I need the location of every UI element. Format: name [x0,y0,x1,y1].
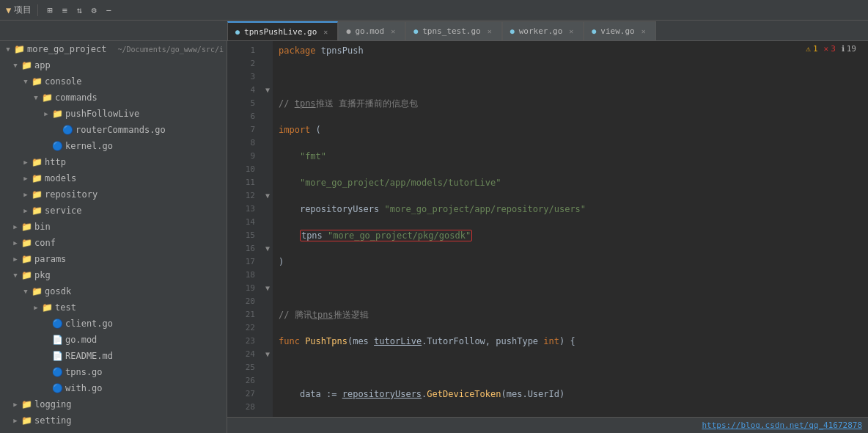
sidebar-item-conf[interactable]: ▶ 📁 conf [0,235,227,251]
tab-close-tpnspushlive[interactable]: ✕ [321,27,330,36]
code-editor[interactable]: ⚠ 1 ✕ 3 ℹ 19 1 2 3 4 5 [227,41,868,417]
sidebar-item-setting[interactable]: ▶ 📁 setting [0,412,227,429]
sidebar-item-gosdk[interactable]: ▼ 📁 gosdk [0,283,227,299]
tab-label: go.mod [355,26,384,36]
settings-icon[interactable]: ⚙ [88,4,100,16]
ln-2: 2 [227,57,262,70]
ln-27: 27 [227,387,262,401]
layout-icon[interactable]: ⊞ [44,4,56,16]
minus-icon[interactable]: − [103,4,114,16]
list-icon[interactable]: ≡ [59,4,70,16]
toolbar-left: ▼ 项目 ⊞ ≡ ⇅ ⚙ − [6,4,114,16]
sidebar-item-console[interactable]: ▼ 📁 console [0,73,227,90]
sidebar-item-resources[interactable]: ▶ 📁 resources [0,429,227,433]
tab-label: view.go [600,26,634,36]
fold-24[interactable]: ▼ [262,348,273,361]
expand-arrow-test: ▶ [31,304,41,311]
tab-tpnspushlive[interactable]: ● tpnsPushLive.go ✕ [227,21,338,40]
sidebar-item-commands[interactable]: ▼ 📁 commands [0,90,227,106]
fold-22 [262,321,273,335]
line-numbers: 1 2 3 4 5 6 7 8 9 10 11 12 13 14 15 16 1 [227,41,262,417]
sidebar-label-pkg: pkg [34,270,224,280]
sidebar-item-test[interactable]: ▶ 📁 test [0,299,227,316]
sidebar-item-project-root[interactable]: ▼ 📁 more_go_project ~/Documents/go_www/s… [0,41,227,57]
fold-5 [262,97,273,110]
sidebar[interactable]: ▼ 📁 more_go_project ~/Documents/go_www/s… [0,41,227,433]
fold-23 [262,335,273,348]
folder-icon-conf: 📁 [21,237,32,249]
folder-icon-project: 📁 [13,43,25,55]
sidebar-label-http: http [45,157,224,167]
folder-icon-params: 📁 [21,253,32,265]
toolbar-project-label: 项目 [14,4,32,16]
expand-arrow-console: ▼ [21,78,31,85]
sidebar-item-http[interactable]: ▶ 📁 http [0,154,227,170]
sidebar-item-pushfollowlive[interactable]: ▶ 📁 pushFollowLive [0,106,227,122]
sidebar-label-tpnsgo: tpns.go [65,367,224,377]
code-content[interactable]: package tpnsPush // tpns推送 直播开播前的信息包 imp… [273,41,868,417]
go-file-icon-tpns: 🔵 [51,366,63,378]
sidebar-project-label: more_go_project [27,44,115,54]
sidebar-item-routercommands[interactable]: ▶ 🔵 routerCommands.go [0,122,227,138]
sidebar-item-readme[interactable]: ▶ 📄 README.md [0,348,227,364]
fold-19[interactable]: ▼ [262,282,273,295]
go-file-icon-kernel: 🔵 [51,140,63,152]
code-line-3: // tpns推送 直播开播前的信息包 [279,97,868,110]
sidebar-item-app[interactable]: ▼ 📁 app [0,57,227,73]
code-line-1: package tpnsPush [279,44,868,57]
ln-18: 18 [227,269,262,282]
status-link[interactable]: https://blog.csdn.net/qq_41672878 [702,421,862,430]
code-table: 1 2 3 4 5 6 7 8 9 10 11 12 13 14 15 16 1 [227,41,868,417]
sidebar-label-gosdk: gosdk [45,286,224,296]
fold-28 [262,401,273,414]
sidebar-item-pkg[interactable]: ▼ 📁 pkg [0,267,227,283]
ln-25: 25 [227,361,262,374]
folder-icon-test: 📁 [41,302,53,313]
mod-file-icon-gosdk: 📄 [51,334,63,346]
project-icon: ▼ [6,5,11,15]
sidebar-item-withgo[interactable]: ▶ 🔵 with.go [0,380,227,396]
fold-12[interactable]: ▼ [262,189,273,203]
fold-10 [262,163,273,176]
ln-11: 11 [227,176,262,189]
tab-close-tpns-test[interactable]: ✕ [485,27,494,36]
sidebar-label-test: test [55,302,224,313]
ln-16: 16 [227,242,262,255]
sidebar-item-tpnsgo[interactable]: ▶ 🔵 tpns.go [0,364,227,380]
tab-view[interactable]: ● view.go ✕ [584,21,655,40]
sidebar-item-kernel[interactable]: ▶ 🔵 kernel.go [0,138,227,154]
ln-3: 3 [227,70,262,84]
sidebar-label-models: models [45,173,224,183]
tab-label: tpnsPushLive.go [244,27,317,37]
fold-16[interactable]: ▼ [262,242,273,255]
tab-close-view[interactable]: ✕ [639,27,648,36]
ln-7: 7 [227,123,262,137]
ln-9: 9 [227,150,262,163]
code-line-12: func PushTpns(mes tutorLive.TutorFollow,… [279,335,868,348]
sidebar-item-logging[interactable]: ▶ 📁 logging [0,396,227,412]
sidebar-label-logging: logging [34,399,224,410]
tab-worker[interactable]: ● worker.go ✕ [502,21,584,40]
sidebar-item-models[interactable]: ▶ 📁 models [0,170,227,186]
sidebar-item-repository[interactable]: ▶ 📁 repository [0,186,227,203]
sidebar-item-clientgo[interactable]: ▶ 🔵 client.go [0,316,227,332]
ln-23: 23 [227,335,262,348]
tab-close-gomod[interactable]: ✕ [389,27,397,36]
sidebar-label-console: console [45,76,224,87]
tab-tpns-test[interactable]: ● tpns_test.go ✕ [405,21,502,40]
tab-gomod[interactable]: ● go.mod ✕ [338,21,405,40]
tab-close-worker[interactable]: ✕ [567,27,575,36]
sidebar-item-params[interactable]: ▶ 📁 params [0,251,227,267]
fold-7 [262,123,273,137]
sort-icon[interactable]: ⇅ [73,4,85,16]
folder-icon-setting: 📁 [21,415,32,426]
fold-1 [262,44,273,57]
fold-4[interactable]: ▼ [262,84,273,97]
expand-arrow-push: ▶ [41,110,51,117]
expand-arrow-app: ▼ [10,62,21,69]
sidebar-item-gomod-gosdk[interactable]: ▶ 📄 go.mod [0,332,227,348]
fold-29 [262,414,273,417]
sidebar-label-commands: commands [55,92,224,103]
sidebar-item-bin[interactable]: ▶ 📁 bin [0,219,227,235]
sidebar-item-service[interactable]: ▶ 📁 service [0,203,227,219]
